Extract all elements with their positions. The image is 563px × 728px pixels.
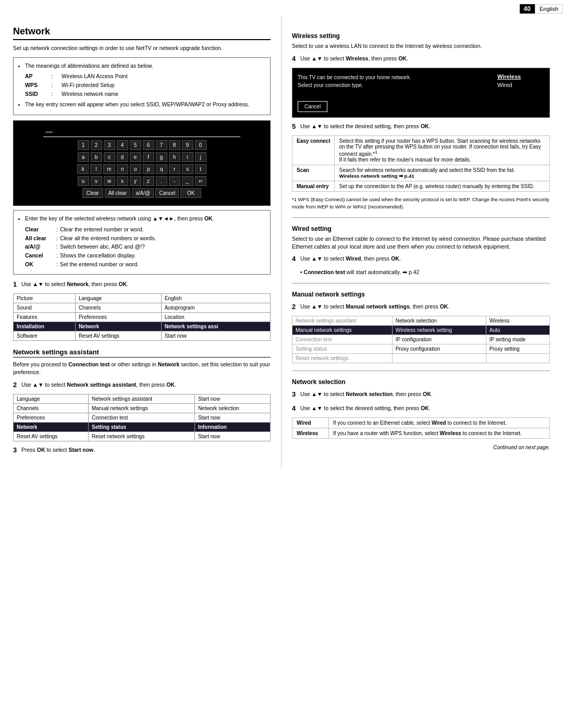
cancel-button-wireless[interactable]: Cancel (298, 101, 327, 112)
key-r[interactable]: r (169, 164, 180, 174)
menu-col-channels: Channels (75, 303, 161, 313)
key-dot[interactable]: . (156, 176, 167, 186)
key-entry-note: The key entry screen will appear when yo… (25, 101, 249, 107)
ns-row-wireless: Wireless If you have a router with WPS f… (292, 428, 550, 438)
key-5[interactable]: 5 (130, 140, 141, 150)
abbr-key-ap: AP (25, 72, 51, 80)
key-a[interactable]: a (78, 152, 89, 162)
wired-setting-title: Wired setting (292, 225, 550, 232)
ns-col-connection-test: Connection test (88, 413, 194, 423)
ns-label-wireless: Wireless (292, 428, 329, 438)
key-underscore[interactable]: _ (182, 176, 193, 186)
manual-network-title: Manual network settings (292, 291, 550, 298)
menu-col-location: Location (161, 313, 270, 322)
key-i[interactable]: i (182, 152, 193, 162)
menu-row-software: Software Reset AV settings Start now (14, 331, 271, 341)
menu-row-features: Features Preferences Location (14, 313, 271, 322)
option-scan-desc: Search for wireless networks automatical… (335, 165, 550, 181)
abbr-val-wps: Wi-Fi protected Setup (62, 81, 264, 89)
network-settings-menu-table: Language Network settings assistant Star… (13, 394, 271, 441)
wired-auto-note: • Connection test will start automatical… (300, 268, 550, 276)
key-e[interactable]: e (130, 152, 141, 162)
network-selection-title: Network selection (292, 378, 550, 386)
menu-col-features: Features (14, 313, 76, 322)
manual-row-2: Manual network settings Wireless network… (292, 326, 550, 335)
ns-col-network-selection: Network selection (194, 404, 270, 413)
key-x[interactable]: x (117, 176, 128, 186)
key-6[interactable]: 6 (143, 140, 154, 150)
key-u[interactable]: u (78, 176, 89, 186)
key-v[interactable]: v (91, 176, 102, 186)
key-w[interactable]: w (104, 176, 115, 186)
manual-row-3: Connection test IP configuration IP sett… (292, 335, 550, 344)
key-t[interactable]: t (195, 164, 206, 174)
key-b[interactable]: b (91, 152, 102, 162)
key-l[interactable]: l (90, 164, 102, 174)
key-7[interactable]: 7 (156, 140, 167, 150)
menu-col-installation: Installation (14, 322, 76, 331)
key-enter[interactable]: ↵ (195, 176, 206, 186)
step4-wired-number: 4 (292, 255, 296, 263)
key-all-clear[interactable]: All clear (105, 188, 131, 198)
network-settings-assistant-title: Network settings assistant (13, 348, 271, 357)
key-3[interactable]: 3 (104, 140, 115, 150)
menu-col-sound: Sound (14, 303, 76, 313)
key-clear[interactable]: Clear (82, 188, 103, 198)
ns-menu-row-network: Network Setting status Information (14, 423, 271, 432)
abbr-key-wps: WPS (25, 81, 51, 89)
key-1[interactable]: 1 (78, 140, 89, 150)
page-number: 40 (520, 4, 535, 14)
option-scan-label: Scan (292, 165, 335, 181)
key-8[interactable]: 8 (169, 140, 180, 150)
manual-row-5: Reset network settings (292, 354, 550, 363)
key-h[interactable]: h (169, 152, 180, 162)
key-ok[interactable]: OK (180, 188, 201, 198)
key-z[interactable]: z (143, 176, 154, 186)
key-n[interactable]: n (117, 164, 128, 174)
key-cancel[interactable]: Cancel (155, 188, 179, 198)
key-0[interactable]: 0 (195, 140, 206, 150)
divider-manual (292, 283, 550, 283)
key-p[interactable]: p (143, 164, 154, 174)
connection-options: Wireless Wired (492, 73, 544, 112)
option-wireless[interactable]: Wireless (497, 73, 544, 80)
abbr-row-wps: WPS : Wi-Fi protected Setup (25, 81, 264, 89)
key-2[interactable]: 2 (91, 140, 102, 150)
step5-wireless: 5 Use ▲▼ to select the desired setting, … (292, 122, 550, 131)
option-wired[interactable]: Wired (497, 82, 544, 88)
menu-col-software: Software (14, 331, 76, 341)
key-9[interactable]: 9 (182, 140, 193, 150)
key-s[interactable]: s (182, 164, 193, 174)
step4-wired: 4 Use ▲▼ to select Wired, then press OK. (292, 254, 550, 264)
key-c[interactable]: c (104, 152, 115, 162)
ns-col-start-now: Start now (194, 394, 270, 404)
step4-wireless: 4 Use ▲▼ to select Wireless, then press … (292, 54, 550, 64)
key-dash[interactable]: - (169, 176, 180, 186)
keyboard-row-u: u v w x y z . - _ ↵ (19, 176, 265, 186)
key-m[interactable]: m (103, 164, 115, 174)
key-j[interactable]: j (195, 152, 206, 162)
abbr-key-ssid: SSID (25, 90, 51, 98)
divider-network-selection (292, 371, 550, 371)
key-o[interactable]: o (130, 164, 141, 174)
key-a-toggle[interactable]: a/A/@ (132, 188, 154, 198)
network-settings-assistant-desc: Before you proceed to Connection test or… (13, 361, 271, 376)
page-number-area: 40 English (520, 4, 563, 14)
key-4[interactable]: 4 (117, 140, 128, 150)
manual-col-wireless-network: Wireless network setting (392, 326, 486, 335)
key-y[interactable]: y (130, 176, 141, 186)
ns-col-nsa: Network settings assistant (88, 394, 194, 404)
wireless-options-table: Easy connect Select this setting if your… (292, 135, 550, 192)
key-q[interactable]: q (156, 164, 167, 174)
manual-col-ip-config: IP configuration (392, 335, 486, 344)
key-g[interactable]: g (156, 152, 167, 162)
menu-col-language: Language (75, 294, 161, 303)
key-f[interactable]: f (143, 152, 154, 162)
network-selection-table: Wired If you connect to an Ethernet cabl… (292, 417, 550, 439)
key-d[interactable]: d (117, 152, 128, 162)
menu-col-start-now: Start now (161, 331, 270, 341)
step4-network-selection: 4 Use ▲▼ to select the desired setting, … (292, 404, 550, 413)
key-k[interactable]: k (77, 164, 89, 174)
menu-row-picture: Picture Language English (14, 294, 271, 303)
continued-text: Continued on next page. (292, 444, 550, 451)
